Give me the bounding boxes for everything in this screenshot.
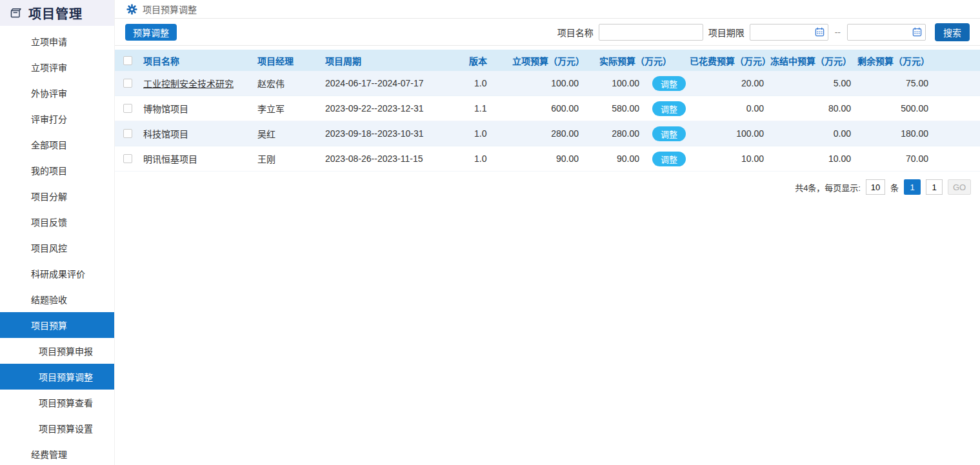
budget-adjust-button[interactable]: 预算调整 — [125, 24, 177, 41]
sidebar-item-label: 项目反馈 — [31, 215, 67, 228]
sidebar-item[interactable]: 立项评审 — [0, 54, 114, 80]
sidebar-item-label: 项目分解 — [31, 190, 67, 203]
frozen-budget: 80.00 — [770, 103, 857, 114]
remaining-budget: 180.00 — [857, 128, 938, 139]
sidebar-item-label: 评审打分 — [31, 112, 67, 125]
search-controls: 项目名称 项目期限 -- — [557, 23, 970, 41]
page-title: 项目预算调整 — [143, 3, 197, 15]
row-checkbox[interactable] — [123, 104, 132, 113]
breadcrumb: 项目预算调整 — [115, 0, 980, 19]
sidebar-item[interactable]: 经费管理 — [0, 441, 114, 465]
sidebar-item[interactable]: 评审打分 — [0, 106, 114, 132]
sidebar-item[interactable]: 项目预算 — [0, 312, 114, 338]
project-version: 1.1 — [469, 103, 512, 114]
row-checkbox[interactable] — [123, 129, 132, 138]
main-content: 项目预算调整 预算调整 项目名称 项目期限 — [115, 0, 980, 465]
toolbar: 预算调整 项目名称 项目期限 -- — [115, 19, 980, 46]
project-name-label: 项目名称 — [557, 26, 594, 39]
project-manager: 赵宏伟 — [257, 77, 325, 90]
sidebar-item[interactable]: 全部项目 — [0, 132, 114, 157]
col-header-manager: 项目经理 — [257, 54, 325, 67]
page-size-unit: 条 — [890, 181, 899, 193]
table-header-row: 项目名称 项目经理 项目周期 版本 立项预算（万元） 实际预算（万元） 已花费预… — [115, 50, 980, 71]
frozen-budget: 5.00 — [770, 78, 857, 88]
project-name-link[interactable]: 博物馆项目 — [143, 104, 188, 114]
sidebar-item-label: 项目预算申报 — [39, 344, 93, 357]
sidebar-item-label: 全部项目 — [31, 138, 67, 151]
spent-budget: 0.00 — [690, 103, 770, 114]
current-page-button[interactable]: 1 — [904, 179, 921, 195]
adjust-button[interactable]: 调整 — [652, 152, 686, 166]
row-checkbox[interactable] — [123, 79, 132, 88]
remaining-budget: 70.00 — [857, 153, 938, 164]
sidebar-item[interactable]: 外协评审 — [0, 80, 114, 106]
sidebar: 项目管理 立项申请 立项评审 外协评审 评审打分 全部项目 我的项目 — [0, 0, 115, 465]
project-version: 1.0 — [469, 78, 512, 88]
sidebar-item[interactable]: 项目预算申报 — [0, 338, 114, 364]
sidebar-item[interactable]: 项目预算调整 — [0, 364, 114, 390]
project-name-link[interactable]: 工业控制安全技术研究 — [143, 79, 234, 89]
approved-budget: 100.00 — [512, 78, 583, 88]
col-header-frozen: 冻结中预算（万元） — [770, 54, 857, 67]
frozen-budget: 10.00 — [770, 153, 857, 164]
sidebar-item-label: 项目预算 — [31, 319, 67, 331]
sidebar-item[interactable]: 我的项目 — [0, 157, 114, 183]
sidebar-item-label: 我的项目 — [31, 164, 67, 177]
table-row: 科技馆项目 吴红 2023-09-18--2023-10-31 1.0 280.… — [115, 121, 980, 146]
project-period: 2023-09-18--2023-10-31 — [325, 128, 469, 139]
page-jump-input[interactable] — [926, 179, 943, 195]
sidebar-item[interactable]: 项目预算查看 — [0, 390, 114, 415]
page-size-input[interactable] — [866, 179, 885, 195]
sidebar-item[interactable]: 结题验收 — [0, 286, 114, 312]
search-button[interactable]: 搜索 — [935, 23, 970, 41]
sidebar-item[interactable]: 项目分解 — [0, 183, 114, 209]
period-start-field — [750, 24, 828, 41]
project-period-label: 项目期限 — [708, 26, 745, 39]
table-row: 博物馆项目 李立军 2023-09-22--2023-12-31 1.1 600… — [115, 96, 980, 121]
project-period: 2023-09-22--2023-12-31 — [325, 103, 469, 114]
select-all-checkbox[interactable] — [123, 56, 132, 65]
adjust-button[interactable]: 调整 — [652, 126, 686, 141]
sidebar-item-label: 项目预算查看 — [39, 396, 93, 409]
sidebar-item[interactable]: 项目反馈 — [0, 209, 114, 235]
sidebar-header: 项目管理 — [0, 0, 114, 26]
sidebar-item-label: 外协评审 — [31, 86, 67, 99]
table-body: 工业控制安全技术研究 赵宏伟 2024-06-17--2024-07-17 1.… — [115, 71, 980, 172]
spent-budget: 10.00 — [690, 153, 770, 164]
col-header-actual: 实际预算（万元） — [583, 54, 690, 67]
sidebar-item[interactable]: 科研成果评价 — [0, 261, 114, 286]
approved-budget: 600.00 — [512, 103, 583, 114]
gear-icon — [126, 4, 137, 15]
remaining-budget: 75.00 — [857, 78, 938, 88]
pagination-summary: 共4条，每页显示: — [795, 181, 861, 193]
actual-budget: 100.00 — [583, 78, 639, 88]
approved-budget: 280.00 — [512, 128, 583, 139]
calendar-icon[interactable] — [815, 27, 825, 39]
sidebar-item-label: 立项申请 — [31, 35, 67, 48]
calendar-icon[interactable] — [912, 27, 922, 39]
approved-budget: 90.00 — [512, 153, 583, 164]
col-header-version: 版本 — [469, 54, 512, 67]
book-icon — [9, 6, 22, 19]
sidebar-item[interactable]: 立项申请 — [0, 28, 114, 54]
go-button[interactable]: GO — [948, 179, 971, 195]
project-name-input[interactable] — [599, 24, 703, 41]
project-name-link[interactable]: 科技馆项目 — [143, 129, 188, 139]
adjust-button[interactable]: 调整 — [652, 76, 686, 91]
sidebar-item-label: 项目预算设置 — [39, 422, 93, 435]
row-checkbox[interactable] — [123, 154, 132, 163]
sidebar-item[interactable]: 项目风控 — [0, 235, 114, 261]
col-header-name: 项目名称 — [141, 54, 257, 67]
sidebar-item[interactable]: 项目预算设置 — [0, 415, 114, 441]
sidebar-item-label: 经费管理 — [31, 448, 67, 460]
project-name-link[interactable]: 明讯恒基项目 — [143, 154, 197, 164]
project-version: 1.0 — [469, 153, 512, 164]
budget-table: 项目名称 项目经理 项目周期 版本 立项预算（万元） 实际预算（万元） 已花费预… — [115, 50, 980, 172]
col-header-period: 项目周期 — [325, 54, 469, 67]
sidebar-item-label: 结题验收 — [31, 293, 67, 306]
project-version: 1.0 — [469, 128, 512, 139]
project-manager: 王刚 — [257, 152, 325, 165]
col-header-remaining: 剩余预算（万元） — [857, 54, 938, 67]
adjust-button[interactable]: 调整 — [652, 101, 686, 116]
period-end-field — [847, 24, 926, 41]
